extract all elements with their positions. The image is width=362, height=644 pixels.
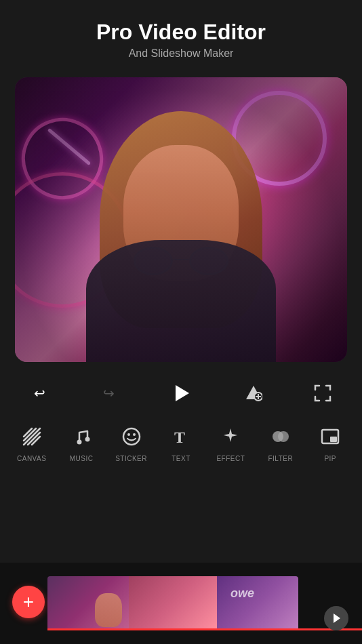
svg-marker-15 [224, 428, 237, 442]
timeline-next-button[interactable] [324, 606, 348, 630]
svg-line-7 [32, 437, 40, 445]
tool-effect[interactable]: EFFECT [210, 422, 251, 462]
arrow-right-icon [334, 613, 340, 623]
undo-button[interactable]: ↩ [27, 381, 52, 405]
svg-point-9 [77, 440, 82, 445]
svg-point-10 [85, 437, 90, 442]
video-preview[interactable] [15, 77, 347, 362]
sticker-icon-wrap [117, 422, 146, 451]
filter-label: FILTER [268, 455, 293, 462]
timeline-area: + owe [0, 563, 362, 644]
timeline-thumb-2 [129, 576, 217, 630]
effect-icon-wrap [216, 422, 245, 451]
effect-icon [221, 427, 240, 446]
sticker-label: STICKER [115, 455, 147, 462]
expand-icon [314, 384, 331, 402]
filter-icon-wrap [266, 422, 296, 451]
video-frame [15, 77, 347, 362]
add-clip-button[interactable]: + [12, 586, 45, 618]
timeline-strip[interactable]: owe [47, 576, 362, 630]
app-title: Pro Video Editor [14, 19, 348, 45]
svg-line-8 [24, 428, 32, 437]
tool-sticker[interactable]: STICKER [111, 422, 152, 462]
pip-icon [321, 427, 340, 446]
canvas-label: CANVAS [17, 455, 46, 462]
app-subtitle: And Slideshow Maker [14, 47, 348, 60]
tool-canvas[interactable]: CANVAS [12, 422, 52, 462]
timeline-thumb-3: owe [217, 576, 298, 630]
sticker-icon [122, 427, 141, 446]
svg-point-17 [278, 431, 289, 442]
timeline-playhead [47, 628, 362, 630]
redo-button[interactable]: ↪ [97, 381, 121, 405]
thumb-text: owe [230, 586, 254, 601]
tool-text[interactable]: T TEXT [161, 422, 201, 462]
add-plus-icon: + [23, 592, 34, 611]
tools-row: CANVAS MUSIC STICKER T [0, 418, 362, 468]
svg-rect-19 [330, 437, 337, 442]
tool-music[interactable]: MUSIC [61, 422, 102, 462]
app-header: Pro Video Editor And Slideshow Maker [0, 0, 362, 71]
filter-icon [245, 384, 262, 402]
svg-point-12 [127, 433, 130, 436]
person-jacket [86, 240, 276, 362]
tool-filter[interactable]: FILTER [260, 422, 301, 462]
svg-text:T: T [174, 428, 185, 446]
music-icon-wrap [66, 422, 96, 451]
filter-tool-icon [271, 427, 290, 446]
svg-point-11 [123, 428, 140, 445]
filter-button[interactable] [241, 381, 266, 405]
svg-point-13 [133, 433, 136, 436]
text-label: TEXT [172, 455, 190, 462]
pip-label: PIP [324, 455, 336, 462]
expand-button[interactable] [310, 381, 335, 405]
playback-controls: ↩ ↪ [0, 369, 362, 418]
play-button[interactable] [166, 378, 196, 408]
pip-icon-wrap [315, 422, 345, 451]
canvas-icon [22, 427, 41, 446]
music-label: MUSIC [70, 455, 94, 462]
undo-icon: ↩ [34, 385, 45, 401]
tool-pip[interactable]: PIP [310, 422, 350, 462]
canvas-icon-wrap [17, 422, 47, 451]
redo-icon: ↪ [103, 385, 115, 401]
effect-label: EFFECT [216, 455, 245, 462]
music-icon [73, 427, 90, 446]
text-icon: T [172, 427, 190, 446]
thumb-face-1 [95, 593, 122, 627]
svg-line-4 [24, 428, 40, 445]
timeline-thumb-1 [47, 576, 129, 630]
text-icon-wrap: T [166, 422, 196, 451]
play-icon [176, 385, 189, 401]
